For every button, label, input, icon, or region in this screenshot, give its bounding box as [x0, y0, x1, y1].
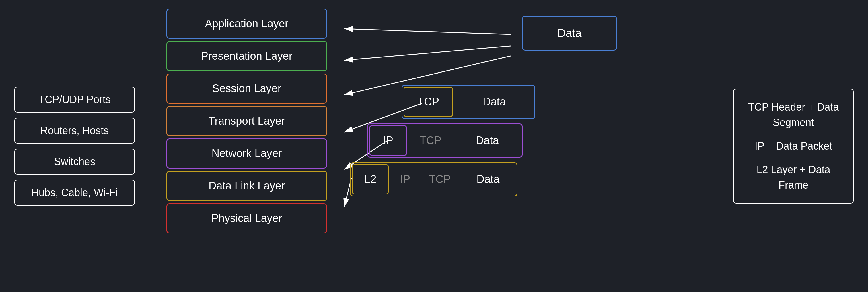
right-legend: TCP Header + Data Segment IP + Data Pack… [733, 89, 854, 204]
layer-physical: Physical Layer [166, 203, 327, 233]
l2-row-tcp: TCP [420, 163, 459, 196]
label-hubs: Hubs, Cable, Wi-Fi [14, 180, 135, 206]
ip-row-tcp: TCP [408, 124, 453, 157]
label-routers: Routers, Hosts [14, 118, 135, 144]
l2-row: L2 IP TCP Data [350, 162, 518, 196]
layer-application: Application Layer [166, 9, 327, 39]
osi-layers: Application Layer Presentation Layer Ses… [166, 9, 327, 233]
label-switches: Switches [14, 149, 135, 175]
ip-row-data: Data [453, 124, 522, 157]
layer-network: Network Layer [166, 138, 327, 169]
data-boxes-area: Data TCP Data IP TCP Data L [350, 0, 694, 292]
tcp-data-cell: Data [454, 86, 534, 118]
l2-label: L2 [352, 164, 389, 194]
layer-datalink: Data Link Layer [166, 171, 327, 201]
layer-transport: Transport Layer [166, 106, 327, 136]
label-tcp-udp: TCP/UDP Ports [14, 87, 135, 113]
legend-line3: L2 Layer + Data Frame [747, 162, 840, 193]
data-box-top: Data [522, 16, 617, 51]
tcp-data-row: TCP Data [402, 85, 535, 119]
l2-row-ip: IP [390, 163, 420, 196]
left-labels: TCP/UDP Ports Routers, Hosts Switches Hu… [14, 87, 135, 206]
layer-presentation: Presentation Layer [166, 41, 327, 71]
ip-tcp-data-row: IP TCP Data [367, 123, 523, 157]
layer-session: Session Layer [166, 74, 327, 104]
main-container: TCP/UDP Ports Routers, Hosts Switches Hu… [0, 0, 868, 292]
legend-line2: IP + Data Packet [747, 138, 840, 154]
legend-line1: TCP Header + Data Segment [747, 99, 840, 130]
l2-row-data: Data [459, 163, 517, 196]
ip-label: IP [369, 125, 407, 156]
tcp-label: TCP [404, 87, 453, 117]
